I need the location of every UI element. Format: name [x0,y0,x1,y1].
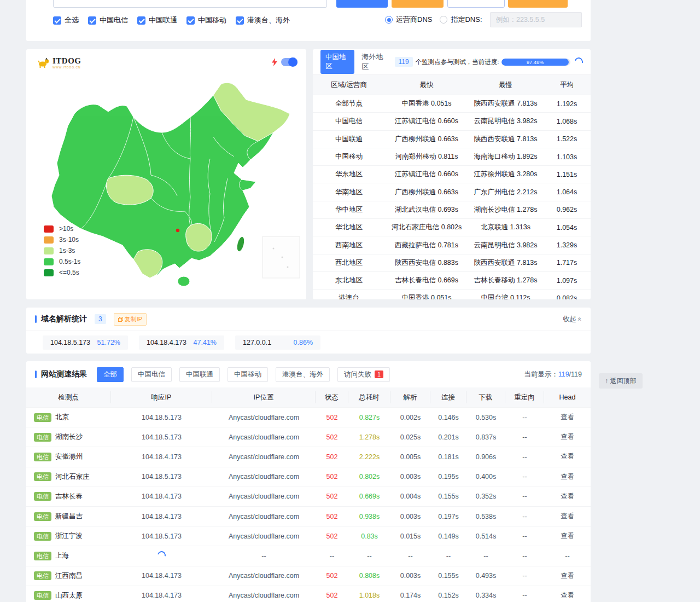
view-head-link[interactable]: 查看 [561,453,574,460]
node-name: 浙江宁波 [55,531,83,541]
cell-node: 电信 安徽滁州 [26,452,111,461]
view-head-link[interactable]: 查看 [561,512,574,520]
view-head-link[interactable]: 查看 [561,413,574,421]
cell-head: 查看 [544,591,591,600]
cell-slowest: 广东广州电信 2.212s [468,188,543,197]
tab-china-region[interactable]: 中国地区 [320,50,354,74]
filter-tab[interactable]: 港澳台、海外 [276,367,330,382]
dns-stats-header: 域名解析统计 3 复制IP 收起 « [26,308,591,331]
cell-ip-location: Anycast/cloudflare.com [212,592,316,599]
cell-slowest: 陕西西安联通 7.813s [468,135,543,144]
col-redirect: 重定向 [505,391,544,403]
col-head: Head [544,391,591,403]
cell-redirect: -- [505,513,544,520]
cell-connect-time: 0.155s [430,572,466,580]
cell-dns-time: 0.025s [390,433,430,441]
cell-response-ip: 104.18.4.173 [111,493,212,500]
cell-slowest: 湖南长沙电信 1.278s [468,205,543,215]
carrier-dns-radio[interactable] [385,16,393,24]
cell-head: 查看 [544,472,591,482]
view-head-link[interactable]: -- [565,552,569,560]
cell-response-ip: 104.18.4.173 [111,592,212,599]
cell-head: 查看 [544,571,591,581]
cell-head: 查看 [544,432,591,442]
isp-checkbox[interactable]: 中国移动 [186,15,226,25]
cell-fastest: 江苏镇江电信 0.660s [385,170,468,179]
col-response-ip: 响应IP [111,391,212,403]
cell-dns-time: 0.174s [390,592,430,599]
cell-slowest: 中国台湾 0.112s [468,293,543,299]
more-options-button[interactable] [508,0,568,8]
cell-dns-time: 0.003s [390,572,430,580]
view-head-link[interactable]: 查看 [561,493,574,500]
realtime-toggle[interactable] [281,58,298,66]
custom-dns-radio[interactable] [440,16,447,24]
tab-overseas-region[interactable]: 海外地区 [361,52,387,72]
speed-test-control-panel: 全选 中国电信 中国联通 中国移动 [26,0,591,41]
cell-redirect: -- [505,493,544,500]
continuous-test-button[interactable] [392,0,444,8]
isp-checkbox[interactable]: 中国电信 [88,15,128,25]
checkbox-checked-icon [88,16,96,25]
back-to-top-button[interactable]: ↑ 返回顶部 [599,373,643,389]
checkbox-label: 中国电信 [100,15,128,25]
legend-label: <=0.5s [59,269,79,276]
cell-download-time: -- [466,552,505,560]
cell-status: 502 [316,513,348,520]
filter-tab-label: 中国联通 [186,370,213,379]
collapse-button[interactable]: 收起 « [563,315,582,324]
view-head-link[interactable]: 查看 [561,433,574,441]
filter-tab[interactable]: 中国电信 [131,367,172,382]
resolved-ip: 104.18.5.173 [50,339,90,346]
copy-ip-button[interactable]: 复制IP [114,313,147,326]
isp-checkbox[interactable]: 全选 [53,15,79,25]
node-name: 安徽滁州 [55,452,83,461]
filter-tab[interactable]: 中国移动 [228,367,268,382]
checkbox-checked-icon [137,16,145,25]
result-row: 电信 湖南长沙 104.18.5.173 Anycast/cloudflare.… [26,427,591,447]
cell-download-time: 0.530s [466,414,505,421]
view-head-link[interactable]: 查看 [561,572,574,580]
cell-node: 电信 江西南昌 [26,571,111,581]
cell-fastest: 河北石家庄电信 0.802s [385,223,468,232]
url-input[interactable] [53,0,327,8]
response-ip: 104.18.5.173 [142,433,182,441]
cell-download-time: 0.493s [466,572,505,580]
cell-download-time: 0.538s [466,513,505,520]
filter-tab-label: 中国电信 [138,370,165,379]
cell-average: 0.962s [543,206,591,213]
node-name: 湖南长沙 [55,432,83,442]
cell-region: 港澳台 [313,293,385,299]
view-head-link[interactable]: 查看 [561,532,574,540]
single-test-button[interactable] [336,0,388,8]
cell-ip-location: Anycast/cloudflare.com [212,473,316,481]
cell-connect-time: 0.149s [430,532,466,540]
cell-slowest: 云南昆明电信 3.982s [468,241,543,250]
filter-tab[interactable]: 中国联通 [179,367,220,382]
cell-response-ip: 104.18.5.173 [111,414,212,421]
view-head-link[interactable]: 查看 [561,473,574,481]
cell-response-ip: 104.18.4.173 [111,453,212,461]
isp-badge: 电信 [34,472,51,481]
map-tools [272,58,298,66]
cell-average: 1.329s [543,241,591,249]
filter-tab[interactable]: 全部 [97,367,124,382]
region-stats-row: 西南地区 西藏拉萨电信 0.781s 云南昆明电信 3.982s 1.329s [313,236,591,253]
col-slowest: 最慢 [468,80,543,90]
filter-tab[interactable]: 访问失败 1 [337,367,390,382]
cell-redirect: -- [505,473,544,481]
secondary-action-button[interactable] [447,0,505,8]
isp-checkbox[interactable]: 港澳台、海外 [236,15,290,25]
slow-node-marker [176,229,179,232]
isp-checkbox[interactable]: 中国联通 [137,15,177,25]
taiwan-island [236,236,246,252]
view-head-link[interactable]: 查看 [561,592,574,599]
lightning-icon [272,58,277,66]
cell-region: 华中地区 [313,205,385,215]
node-count-badge: 119 [395,57,413,67]
custom-dns-input[interactable] [490,12,582,27]
checkbox-checked-icon [186,16,195,25]
cell-slowest: 江苏徐州联通 3.280s [468,170,543,179]
cell-node: 电信 上海 [26,551,111,560]
legend-color-swatch [44,269,54,276]
